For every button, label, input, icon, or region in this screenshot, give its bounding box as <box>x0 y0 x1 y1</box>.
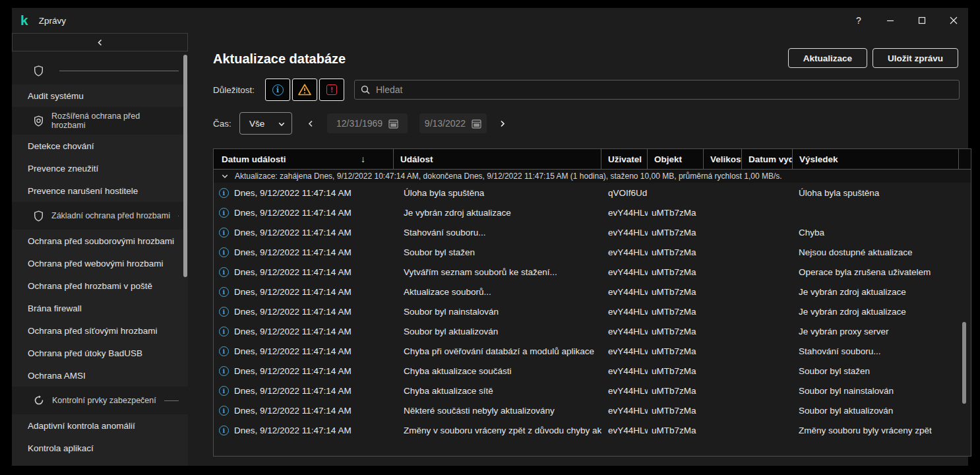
table-row[interactable]: iDnes, 9/12/2022 11:47:14 AMStahování so… <box>214 222 971 242</box>
info-icon: i <box>219 327 229 336</box>
cell-user: evY44HLw <box>601 406 648 416</box>
cell-user: evY44HLw <box>601 307 648 317</box>
close-button[interactable] <box>943 11 964 30</box>
cell-result: Nejsou dostupné aktualizace <box>793 247 959 257</box>
calendar-icon <box>388 119 398 129</box>
group-row-summary: Aktualizace: zahájena Dnes, 9/12/2022 10… <box>235 172 782 181</box>
calendar-icon <box>472 119 481 129</box>
time-label: Čas: <box>213 119 239 129</box>
sidebar-item[interactable]: Kontrola zařízení <box>12 459 188 466</box>
sidebar-item-label: Prevence zneužití <box>28 164 98 174</box>
sidebar-item[interactable]: Ochrana před útoky BadUSB <box>12 342 188 364</box>
date-prev-button[interactable] <box>301 120 320 127</box>
sidebar-item[interactable]: Kontrola aplikací <box>12 437 188 459</box>
sidebar-item-label: Ochrana před souborovými hrozbami <box>28 236 174 246</box>
info-icon: i <box>272 84 284 96</box>
sidebar-item-label: Kontrola zařízení <box>28 466 95 466</box>
main-scrollbar[interactable] <box>962 322 966 404</box>
sidebar-item[interactable]: Brána firewall <box>12 297 188 319</box>
table-row[interactable]: iDnes, 9/12/2022 11:47:14 AMChyba při ov… <box>214 341 971 361</box>
shield-icon <box>34 65 44 77</box>
date-to-value: 9/13/2022 <box>425 118 466 129</box>
cell-object: uMTb7zMa <box>648 426 704 435</box>
table-group-row[interactable]: Aktualizace: zahájena Dnes, 9/12/2022 10… <box>214 170 971 183</box>
sidebar-collapse-button[interactable] <box>12 33 188 51</box>
column-header[interactable]: Velikost <box>704 149 742 169</box>
time-range-value: Vše <box>249 119 264 129</box>
cell-object: uMTb7zMa <box>648 228 704 238</box>
info-icon: i <box>219 426 229 435</box>
sidebar-item[interactable]: Adaptivní kontrola anomálií <box>12 414 188 437</box>
cell-result: Soubor byl stažen <box>793 366 959 376</box>
sidebar-item[interactable]: Ochrana před síťovými hrozbami <box>12 319 188 342</box>
sidebar-item[interactable]: Ochrana před souborovými hrozbami <box>12 230 188 252</box>
table-row[interactable]: iDnes, 9/12/2022 11:47:14 AMSoubor byl n… <box>214 301 971 321</box>
table-row[interactable]: iDnes, 9/12/2022 11:47:14 AMSoubor byl s… <box>214 242 971 262</box>
cell-result: Je vybrán proxy server <box>793 327 959 336</box>
cell-user: evY44HLw <box>601 267 648 277</box>
sidebar-item-label: Ochrana před webovými hrozbami <box>28 259 164 269</box>
update-button[interactable]: Aktualizace <box>788 48 867 68</box>
help-button[interactable]: ? <box>848 11 869 30</box>
cell-date: iDnes, 9/12/2022 11:47:14 AM <box>214 386 394 396</box>
sidebar-item[interactable]: Prevence narušení hostitele <box>12 179 188 202</box>
time-range-dropdown[interactable]: Vše <box>239 112 292 135</box>
table-row[interactable]: iDnes, 9/12/2022 11:47:14 AMNěkteré souč… <box>214 400 971 420</box>
column-header[interactable]: Datum vydání <box>742 149 793 169</box>
top-buttons: Aktualizace Uložit zprávu <box>788 48 958 68</box>
maximize-button[interactable] <box>911 11 933 30</box>
date-from-field[interactable]: 12/31/1969 <box>327 113 408 133</box>
maximize-icon <box>918 16 926 24</box>
chevron-down-icon <box>222 174 228 179</box>
sidebar-item[interactable]: Detekce chování <box>12 135 188 157</box>
warning-filter-button[interactable] <box>292 79 317 101</box>
cell-result: Je vybrán zdroj aktualizace <box>793 307 959 317</box>
column-header[interactable]: Uživatel <box>601 149 648 169</box>
sidebar-scrollbar[interactable] <box>183 55 187 277</box>
critical-filter-button[interactable]: ! <box>319 79 344 101</box>
column-header[interactable]: Objekt <box>648 149 704 169</box>
minimize-button[interactable] <box>880 11 901 30</box>
table-row[interactable]: iDnes, 9/12/2022 11:47:14 AMChyba aktual… <box>214 381 971 400</box>
cell-event: Soubor byl aktualizován <box>394 327 601 336</box>
info-icon: i <box>219 406 229 416</box>
search-input[interactable] <box>375 84 913 96</box>
cell-date: iDnes, 9/12/2022 11:47:14 AM <box>214 346 394 356</box>
cell-date-text: Dnes, 9/12/2022 11:47:14 AM <box>234 346 352 356</box>
cell-date: iDnes, 9/12/2022 11:47:14 AM <box>214 406 394 416</box>
info-filter-button[interactable]: i <box>265 79 290 101</box>
cell-user: evY44HLw <box>601 247 648 257</box>
column-header-label: Velikost <box>710 154 742 164</box>
chevron-right-icon <box>500 120 505 127</box>
sidebar-item[interactable]: Audit systému <box>12 84 188 107</box>
date-to-field[interactable]: 9/13/2022 <box>419 113 487 133</box>
date-next-button[interactable] <box>493 120 512 127</box>
sidebar-item-label: Ochrana před hrozbami v poště <box>28 281 152 291</box>
column-header[interactable]: Datum události↓ <box>214 149 394 169</box>
table-row[interactable]: iDnes, 9/12/2022 11:47:14 AMChyba aktual… <box>214 361 971 381</box>
sidebar-item[interactable]: Ochrana před webovými hrozbami <box>12 252 188 274</box>
cell-date-text: Dnes, 9/12/2022 11:47:14 AM <box>234 426 352 435</box>
table-row[interactable]: iDnes, 9/12/2022 11:47:14 AMAktualizace … <box>214 282 971 301</box>
cell-user: evY44HLw <box>601 327 648 336</box>
time-filter-row: Čas: Vše 12/31/1969 9/13/2022 <box>213 112 512 135</box>
table-row[interactable]: iDnes, 9/12/2022 11:47:14 AMZměny v soub… <box>214 420 971 440</box>
info-icon: i <box>219 346 229 356</box>
column-header[interactable]: Výsledek <box>793 149 959 169</box>
cell-user: evY44HLw <box>601 366 648 376</box>
sidebar-item-label: Adaptivní kontrola anomálií <box>28 421 135 431</box>
app-window: k Zprávy ? Audit systémuRozšířená ochran… <box>12 8 968 466</box>
sidebar-item[interactable]: Ochrana AMSI <box>12 364 188 387</box>
table-row[interactable]: iDnes, 9/12/2022 11:47:14 AMJe vybrán zd… <box>214 203 971 222</box>
table-body: iDnes, 9/12/2022 11:47:14 AMÚloha byla s… <box>214 183 971 440</box>
sidebar-item-label: Ochrana před útoky BadUSB <box>28 348 142 358</box>
sidebar-item[interactable]: Ochrana před hrozbami v poště <box>12 274 188 297</box>
column-header[interactable]: Událost <box>394 149 601 169</box>
save-report-button[interactable]: Uložit zprávu <box>873 48 958 68</box>
sidebar-item[interactable]: Prevence zneužití <box>12 157 188 179</box>
cell-object: uMTb7zMa <box>648 386 704 396</box>
table-row[interactable]: iDnes, 9/12/2022 11:47:14 AMÚloha byla s… <box>214 183 971 203</box>
table-row[interactable]: iDnes, 9/12/2022 11:47:14 AMSoubor byl a… <box>214 321 971 341</box>
warning-triangle-icon <box>297 83 312 96</box>
table-row[interactable]: iDnes, 9/12/2022 11:47:14 AMVytvářím sez… <box>214 262 971 282</box>
